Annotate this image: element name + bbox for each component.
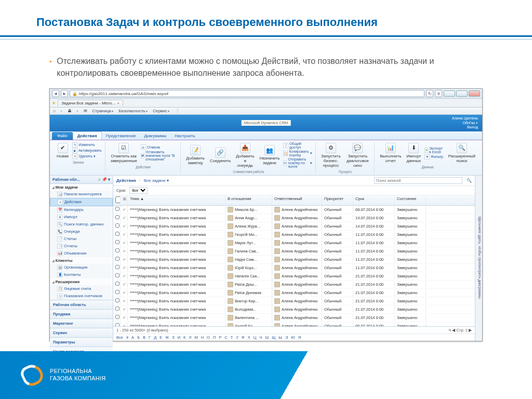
alpha-letter[interactable]: Щ: [272, 335, 275, 340]
alpha-letter[interactable]: Ч: [259, 335, 262, 340]
nav-pane-item[interactable]: Сервис: [50, 328, 113, 337]
nav-item[interactable]: ◷Показания счетчиков: [50, 292, 113, 300]
safety-menu[interactable]: Безопасность: [118, 109, 148, 113]
table-row[interactable]: ✔*****(Марганец) Взять показания счетчик…: [113, 239, 475, 247]
cell-regarding[interactable]: Юрій Корз...: [225, 264, 272, 272]
cell-owner[interactable]: Алена Андрейченко: [272, 322, 322, 326]
activate-button[interactable]: ▶Активировать: [72, 148, 102, 153]
table-row[interactable]: ✔*****(Марганец) Взять показания счетчик…: [113, 247, 475, 256]
copy-link-button[interactable]: 📋Копировать ссылку ▾: [283, 150, 312, 157]
stop-icon[interactable]: ✕: [435, 90, 442, 97]
table-row[interactable]: ✔*****(Марганец) Взять показания счетчик…: [113, 206, 475, 214]
cell-regarding[interactable]: Раїса Диш...: [225, 281, 272, 288]
nav-pane-item[interactable]: Рабочая область: [50, 300, 113, 309]
url-bar[interactable]: 🔒https://gas2011.salamandra.ua/GAS/main.…: [70, 90, 424, 97]
alpha-letter[interactable]: Все: [116, 335, 123, 340]
favorites-icon[interactable]: ★: [52, 101, 56, 105]
search-icon[interactable]: 🔍: [467, 178, 472, 183]
import-button[interactable]: ⬇Импорт данных: [405, 142, 422, 164]
run-report-button[interactable]: 📊Выполнить отчет: [378, 142, 403, 164]
nav-item[interactable]: 👤Контакты: [50, 271, 113, 278]
alpha-letter[interactable]: О: [207, 335, 210, 340]
nav-item[interactable]: 📋Лицевые счета: [50, 285, 113, 292]
tab-customize[interactable]: Настроить: [170, 132, 199, 140]
cell-owner[interactable]: Алена Андрейченко: [272, 256, 322, 263]
tools-menu[interactable]: Сервис: [153, 109, 169, 113]
mail-icon[interactable]: ✉: [84, 109, 87, 113]
col-priority[interactable]: Приоритет: [322, 195, 353, 205]
cell-owner[interactable]: Алена Андрейченко: [272, 214, 322, 222]
nav-item[interactable]: 📅Календарь: [50, 206, 113, 214]
set-regarding-button[interactable]: ⇄Установить значение поля "В отношении": [141, 150, 178, 161]
row-checkbox[interactable]: [115, 315, 119, 319]
home-icon[interactable]: ⌂: [98, 177, 101, 182]
alpha-letter[interactable]: М: [194, 335, 197, 340]
col-state[interactable]: Состояние: [395, 195, 426, 205]
col-owner[interactable]: Ответственный: [272, 195, 322, 205]
share-button[interactable]: ⤴Общий доступ: [283, 142, 312, 149]
cell-regarding[interactable]: Анна Андр...: [225, 214, 272, 222]
table-row[interactable]: ✔*****(Марганец) Взять показания счетчик…: [113, 264, 475, 272]
row-checkbox[interactable]: [115, 215, 119, 219]
nav-item[interactable]: 📑Отчеты: [50, 243, 113, 250]
cell-regarding[interactable]: Валентина ...: [225, 314, 272, 322]
table-row[interactable]: ✔*****(Марганец) Взять показания счетчик…: [113, 222, 475, 231]
minimize-button[interactable]: [444, 90, 455, 97]
nav-item[interactable]: 🏢Организации: [50, 264, 113, 271]
table-row[interactable]: ✔*****(Марганец) Взять показания счетчик…: [113, 297, 475, 305]
alpha-letter[interactable]: Т: [231, 335, 233, 340]
col-subject[interactable]: Тема ▲: [128, 195, 225, 205]
row-checkbox[interactable]: [115, 298, 119, 302]
cell-owner[interactable]: Алена Андрейченко: [272, 289, 322, 297]
alpha-letter[interactable]: Ш: [265, 335, 269, 340]
cell-owner[interactable]: Алена Андрейченко: [272, 247, 322, 255]
nav-section-extensions[interactable]: Расширения: [50, 278, 113, 285]
row-checkbox[interactable]: [115, 207, 119, 211]
row-checkbox[interactable]: [115, 282, 119, 286]
home-icon[interactable]: ⌂: [53, 109, 56, 113]
table-row[interactable]: ✔*****(Марганец) Взять показания счетчик…: [113, 281, 475, 289]
cell-regarding[interactable]: Алена Жура...: [225, 222, 272, 230]
col-regarding[interactable]: В отношении: [225, 195, 272, 205]
alpha-letter[interactable]: Я: [298, 335, 301, 340]
cell-regarding[interactable]: Наталія Ска...: [225, 272, 272, 280]
row-checkbox[interactable]: [115, 307, 119, 311]
alpha-letter[interactable]: Г: [149, 335, 151, 340]
cell-owner[interactable]: Алена Андрейченко: [272, 305, 322, 313]
alpha-letter[interactable]: Б: [137, 335, 140, 340]
cell-owner[interactable]: Алена Андрейченко: [272, 314, 322, 322]
advanced-find-button[interactable]: 🔍Расширенный поиск: [447, 142, 477, 164]
alpha-letter[interactable]: К: [183, 335, 185, 340]
nav-item[interactable]: ⬇Импорт: [50, 214, 113, 221]
alpha-letter[interactable]: А: [131, 335, 134, 340]
run-workflow-button[interactable]: ⚙Запустить бизнес-процесс: [320, 142, 342, 169]
nav-item[interactable]: 🔍Поиск повтор. данных: [50, 221, 113, 228]
alpha-letter[interactable]: С: [224, 335, 227, 340]
row-checkbox[interactable]: [115, 248, 119, 252]
cell-regarding[interactable]: Марія Лут...: [225, 239, 272, 247]
help-icon[interactable]: ❔: [175, 109, 180, 113]
add-note-button[interactable]: 📝Добавить заметку: [184, 144, 206, 166]
cell-regarding[interactable]: Микола Бр...: [225, 206, 272, 214]
run-dialog-button[interactable]: 💬Запустить диалоговое окно: [344, 142, 371, 169]
alpha-letter[interactable]: Ю: [291, 335, 295, 340]
breadcrumb-entity[interactable]: Действия: [116, 178, 136, 183]
col-due[interactable]: Срок: [353, 195, 395, 205]
table-row[interactable]: ✔*****(Марганец) Взять показания счетчик…: [113, 305, 475, 314]
forward-icon[interactable]: ►: [61, 90, 68, 97]
tab-actions[interactable]: Действия: [73, 131, 102, 140]
cell-owner[interactable]: Алена Андрейченко: [272, 239, 322, 247]
row-checkbox[interactable]: [115, 273, 119, 277]
nav-pane-item[interactable]: Параметры: [50, 337, 113, 347]
alpha-letter[interactable]: Д: [154, 335, 156, 340]
breadcrumb-view[interactable]: Все задачи ▾: [144, 178, 169, 183]
nav-item[interactable]: 📢Объявления: [50, 250, 113, 257]
nav-section-mytasks[interactable]: Мои задачи: [50, 184, 113, 191]
browser-tab[interactable]: Задачи Все задачи - Micro...×: [58, 100, 123, 106]
alpha-letter[interactable]: У: [236, 335, 238, 340]
alpha-letter[interactable]: Х: [248, 335, 250, 340]
back-icon[interactable]: ◄: [52, 90, 59, 97]
delete-button[interactable]: ✕Удалить ▾: [72, 154, 102, 159]
cell-regarding[interactable]: Галина Сав...: [225, 247, 272, 255]
alpha-letter[interactable]: Ц: [254, 335, 257, 340]
